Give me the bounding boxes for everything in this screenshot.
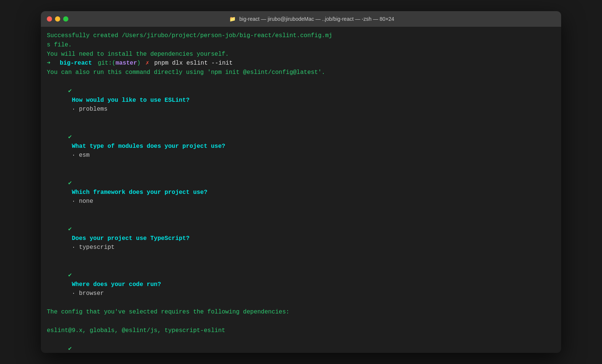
prompt-branch-1: master [116,59,137,68]
output-line-3: You will need to install the dependencie… [47,50,555,59]
folder-icon: 📁 [229,16,236,22]
check-icon-6: ✔ [68,345,72,352]
check-line-5: ✔ Where does your code run? · browser [47,261,555,308]
check-answer-1: · problems [68,106,108,113]
check-answer-5: · browser [68,290,104,297]
deps-header: The config that you've selected requires… [47,308,555,317]
check-line-3: ✔ Which framework does your project use?… [47,169,555,215]
check-answer-3: · none [68,198,93,205]
check-line-4: ✔ Does your project use TypeScript? · ty… [47,215,555,261]
check-icon-5: ✔ [68,272,72,279]
check-icon-1: ✔ [68,88,72,94]
minimize-button[interactable] [55,16,60,22]
output-line-5: You can also run this command directly u… [47,68,555,77]
prompt-cmd-1: pnpm dlx eslint --init [150,59,233,68]
blank-line-1 [47,317,555,326]
check-question-1: How would you like to use ESLint? [68,97,190,104]
check-line-2: ✔ What type of modules does your project… [47,123,555,169]
output-line-2: s file. [47,40,555,50]
terminal-body[interactable]: Successfully created /Users/jirubo/proje… [41,27,561,353]
check-question-4: Does your project use TypeScript? [68,235,190,242]
check-question-2: What type of modules does your project u… [68,143,225,150]
prompt-x-1: ✗ [142,59,149,68]
prompt-arrow-1: ➜ [47,59,51,68]
check-icon-4: ✔ [68,226,72,233]
check-question-3: Which framework does your project use? [68,189,207,196]
check-icon-3: ✔ [68,180,72,186]
terminal-window: 📁 big-react — jirubo@jirubodeMac — ..job… [41,11,561,353]
maximize-button[interactable] [63,16,68,22]
title-label: big-react — jirubo@jirubodeMac — ..job/b… [239,16,394,22]
prompt-line-1: ➜ big-react git:(master) ✗ pnpm dlx esli… [47,59,555,68]
deps-list: eslint@9.x, globals, @eslint/js, typescr… [47,326,555,335]
prompt-git-close-1: ) [137,59,141,68]
install-check-line: ✔ Would you like to install them now? · … [47,335,555,353]
output-line-1: Successfully created /Users/jirubo/proje… [47,31,555,40]
check-question-5: Where does your code run? [68,281,161,288]
close-button[interactable] [47,16,52,22]
window-title: 📁 big-react — jirubo@jirubodeMac — ..job… [68,16,555,22]
traffic-lights [47,16,68,22]
titlebar: 📁 big-react — jirubo@jirubodeMac — ..job… [41,11,561,27]
check-answer-4: · typescript [68,244,115,251]
prompt-dir-1: big-react [53,59,92,68]
prompt-git-1: git:( [94,59,116,68]
check-icon-2: ✔ [68,134,72,140]
check-answer-2: · esm [68,152,90,159]
check-line-1: ✔ How would you like to use ESLint? · pr… [47,77,555,123]
